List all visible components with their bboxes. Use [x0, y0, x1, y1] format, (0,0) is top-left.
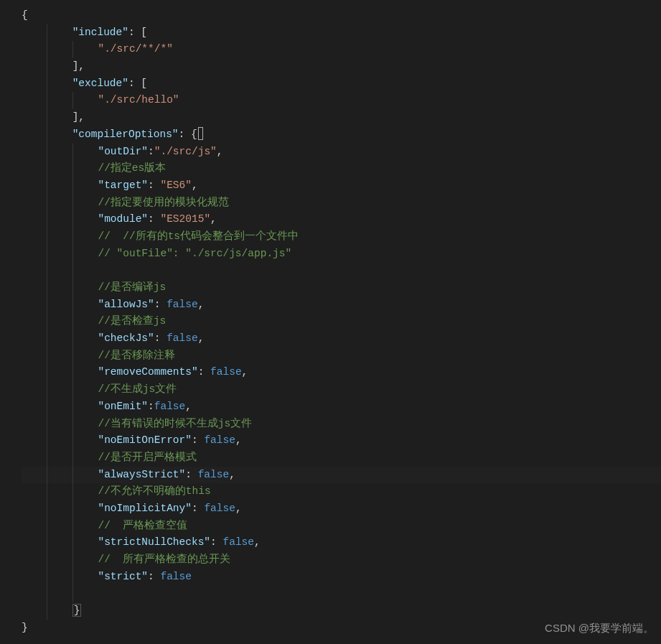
- line-number: [0, 534, 16, 551]
- token-key: "exclude": [72, 78, 128, 89]
- line-number: [0, 228, 16, 246]
- line-number: [0, 177, 16, 195]
- code-line[interactable]: "target": "ES6",: [22, 177, 661, 195]
- code-line[interactable]: //指定要使用的模块化规范: [22, 195, 661, 212]
- token-brace: }: [22, 622, 28, 633]
- line-number: [0, 467, 16, 484]
- token-bool: false: [167, 299, 198, 310]
- token-str: "ES6": [160, 179, 192, 191]
- code-line[interactable]: //是否移除注释: [22, 347, 661, 365]
- token-key: "outDir": [98, 146, 148, 157]
- code-line[interactable]: //是否开启严格模式: [22, 449, 661, 467]
- line-number: [0, 398, 16, 416]
- line-number: [0, 313, 16, 330]
- token-brace-close: }: [72, 604, 82, 617]
- line-number: [0, 195, 16, 212]
- token-key: "include": [72, 27, 128, 38]
- token-comment: //不生成js文件: [98, 383, 177, 395]
- token-p: :: [192, 503, 204, 514]
- code-line[interactable]: // "outFile": "./src/js/app.js": [22, 246, 661, 263]
- line-number: [0, 297, 16, 314]
- code-line[interactable]: //不生成js文件: [22, 381, 661, 398]
- token-key: "checkJs": [98, 332, 154, 344]
- token-p: :: [192, 434, 204, 446]
- code-line[interactable]: [22, 262, 661, 279]
- line-number: [0, 92, 16, 109]
- code-line[interactable]: "noImplicitAny": false,: [22, 500, 661, 518]
- token-p: :: [198, 366, 210, 378]
- code-line[interactable]: //是否检查js: [22, 313, 661, 330]
- code-line[interactable]: // 严格检查空值: [22, 518, 661, 535]
- token-comment: //指定es版本: [98, 162, 166, 174]
- token-p: :: [148, 146, 154, 157]
- token-comment: //是否检查js: [98, 315, 166, 327]
- token-comment: //当有错误的时候不生成js文件: [98, 418, 252, 429]
- code-line[interactable]: "compilerOptions": {: [22, 126, 661, 144]
- token-bool: false: [154, 401, 186, 412]
- code-line[interactable]: //当有错误的时候不生成js文件: [22, 416, 661, 433]
- line-number: [0, 330, 16, 347]
- token-comment: // "outFile": "./src/js/app.js": [98, 248, 291, 259]
- token-str: "ES2015": [160, 213, 210, 225]
- code-line[interactable]: ],: [22, 109, 661, 126]
- token-p: :: [179, 129, 191, 140]
- code-line[interactable]: //不允许不明确的this: [22, 483, 661, 500]
- code-line[interactable]: {: [22, 7, 661, 24]
- line-number: [0, 58, 16, 75]
- token-str: "./src/js": [154, 146, 217, 157]
- token-comment: // //所有的ts代码会整合到一个文件中: [98, 230, 299, 242]
- code-line[interactable]: "removeComments": false,: [22, 364, 661, 381]
- line-number: [0, 109, 16, 126]
- code-line[interactable]: //指定es版本: [22, 160, 661, 177]
- token-bool: false: [160, 571, 192, 582]
- token-comment: // 所有严格检查的总开关: [98, 554, 230, 565]
- code-line[interactable]: "alwaysStrict": false,: [22, 467, 661, 484]
- token-bool: false: [198, 469, 230, 480]
- token-comment: //不允许不明确的this: [98, 485, 210, 497]
- token-p: :: [154, 332, 167, 344]
- code-line[interactable]: "allowJs": false,: [22, 297, 661, 314]
- token-bool: false: [222, 536, 254, 548]
- code-line[interactable]: // 所有严格检查的总开关: [22, 551, 661, 569]
- text-cursor: [198, 127, 203, 140]
- code-line[interactable]: "checkJs": false,: [22, 330, 661, 347]
- token-p: ,: [198, 299, 205, 310]
- token-key: "target": [98, 179, 148, 191]
- code-line[interactable]: "./src/hello": [22, 92, 661, 109]
- token-p: :: [148, 213, 160, 225]
- code-line[interactable]: "exclude": [: [22, 75, 661, 93]
- line-number: [0, 144, 16, 161]
- code-line[interactable]: "./src/**/*": [22, 41, 661, 58]
- token-p: :: [154, 299, 167, 310]
- code-line[interactable]: }: [22, 602, 661, 620]
- code-line[interactable]: "strict": false: [22, 569, 661, 586]
- token-p: :: [148, 179, 160, 191]
- code-line[interactable]: "include": [: [22, 24, 661, 42]
- code-editor[interactable]: { "include": [ "./src/**/*" ], "exclude"…: [0, 0, 661, 644]
- token-p: :: [148, 571, 160, 582]
- line-number: [0, 364, 16, 381]
- token-p: ,: [78, 111, 85, 123]
- token-comment: // 严格检查空值: [98, 520, 187, 531]
- line-number: [0, 432, 16, 449]
- token-key: "strictNullChecks": [98, 536, 210, 548]
- code-line[interactable]: [22, 585, 661, 602]
- code-line[interactable]: "noEmitOnError": false,: [22, 432, 661, 449]
- token-brace: {: [191, 129, 197, 140]
- code-line[interactable]: //是否编译js: [22, 279, 661, 297]
- code-content[interactable]: { "include": [ "./src/**/*" ], "exclude"…: [22, 0, 661, 644]
- token-comment: //是否移除注释: [98, 350, 174, 361]
- code-line[interactable]: ],: [22, 58, 661, 75]
- line-number: [0, 551, 16, 569]
- code-line[interactable]: "module": "ES2015",: [22, 211, 661, 228]
- line-number: [0, 126, 16, 144]
- code-line[interactable]: // //所有的ts代码会整合到一个文件中: [22, 228, 661, 246]
- code-line[interactable]: "onEmit":false,: [22, 398, 661, 416]
- code-line[interactable]: "outDir":"./src/js",: [22, 144, 661, 161]
- code-line[interactable]: "strictNullChecks": false,: [22, 534, 661, 551]
- token-key: "removeComments": [98, 366, 197, 378]
- line-number: [0, 569, 16, 586]
- line-number: [0, 416, 16, 433]
- token-p: ,: [78, 60, 85, 72]
- token-comment: //是否编译js: [98, 281, 166, 293]
